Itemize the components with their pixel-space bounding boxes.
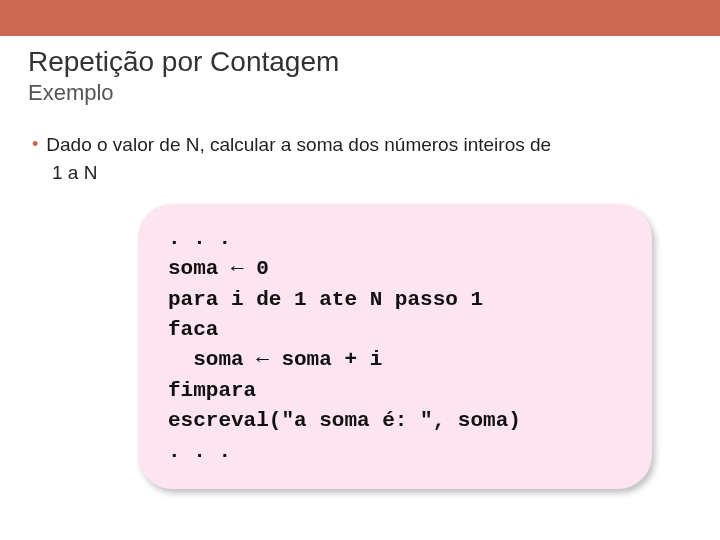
bullet-item: • Dado o valor de N, calcular a soma dos… — [28, 132, 692, 158]
code-line: para i de 1 ate N passo 1 — [168, 285, 622, 315]
slide-subtitle: Exemplo — [28, 80, 692, 106]
code-line: soma ← soma + i — [168, 345, 622, 375]
bullet-text-line2: 1 a N — [52, 162, 692, 184]
code-line: faca — [168, 315, 622, 345]
slide-content: Repetição por Contagem Exemplo • Dado o … — [0, 36, 720, 489]
code-line: fimpara — [168, 376, 622, 406]
code-line: escreval("a soma é: ", soma) — [168, 406, 622, 436]
code-block: . . . soma ← 0 para i de 1 ate N passo 1… — [138, 204, 652, 490]
bullet-dot-icon: • — [32, 132, 38, 156]
slide-title: Repetição por Contagem — [28, 46, 692, 78]
slide-top-bar — [0, 0, 720, 36]
bullet-text-line1: Dado o valor de N, calcular a soma dos n… — [46, 132, 551, 158]
code-line: . . . — [168, 224, 622, 254]
code-line: soma ← 0 — [168, 254, 622, 284]
code-line: . . . — [168, 437, 622, 467]
